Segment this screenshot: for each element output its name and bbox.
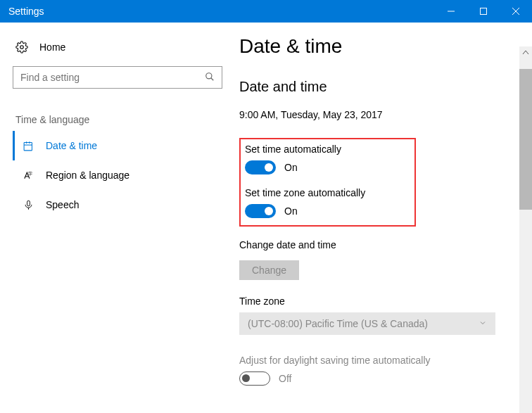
section-heading: Date and time xyxy=(239,79,515,95)
maximize-button[interactable] xyxy=(467,0,500,23)
gear-icon xyxy=(15,41,28,53)
titlebar: Settings xyxy=(0,0,532,23)
nav-label: Speech xyxy=(46,199,79,210)
toggle-state: On xyxy=(284,162,298,173)
tz-dropdown: (UTC-08:00) Pacific Time (US & Canada) xyxy=(239,312,495,335)
section-title: Time & language xyxy=(15,114,239,125)
close-button[interactable] xyxy=(500,0,532,23)
home-link[interactable]: Home xyxy=(13,37,239,66)
svg-point-5 xyxy=(206,72,212,78)
minimize-button[interactable] xyxy=(435,0,467,23)
window-controls xyxy=(435,0,532,23)
svg-point-4 xyxy=(20,46,24,49)
svg-text:字: 字 xyxy=(27,170,32,175)
set-tz-auto-label: Set time zone automatically xyxy=(245,187,365,198)
toggle-state: On xyxy=(284,205,298,217)
search-box[interactable] xyxy=(13,66,222,89)
nav-label: Region & language xyxy=(46,170,129,181)
sidebar: Home Time & language Date & time 字 Regio… xyxy=(0,23,239,413)
dst-label: Adjust for daylight saving time automati… xyxy=(239,355,515,366)
change-dt-label: Change date and time xyxy=(239,239,515,250)
tz-label: Time zone xyxy=(239,296,515,307)
scroll-up-icon[interactable] xyxy=(519,46,532,59)
page-title: Date & time xyxy=(239,35,515,58)
set-tz-auto-toggle[interactable] xyxy=(245,204,276,218)
microphone-icon xyxy=(22,199,34,211)
toggle-state: Off xyxy=(279,373,291,384)
language-icon: 字 xyxy=(22,170,34,182)
change-button: Change xyxy=(239,260,299,280)
search-input[interactable] xyxy=(20,72,196,83)
svg-rect-7 xyxy=(24,142,32,150)
highlight-box: Set time automatically On Set time zone … xyxy=(239,138,416,227)
svg-rect-13 xyxy=(27,201,30,206)
set-time-auto-label: Set time automatically xyxy=(245,144,365,155)
sidebar-item-speech[interactable]: Speech xyxy=(13,190,239,220)
scrollbar[interactable] xyxy=(519,46,532,413)
svg-line-6 xyxy=(211,77,214,80)
dst-toggle xyxy=(239,371,270,386)
current-datetime: 9:00 AM, Tuesday, May 23, 2017 xyxy=(239,109,515,120)
calendar-clock-icon xyxy=(22,140,34,152)
search-icon xyxy=(205,72,215,84)
set-time-auto-toggle[interactable] xyxy=(245,160,276,174)
sidebar-item-region-language[interactable]: 字 Region & language xyxy=(13,160,239,190)
sidebar-item-date-time[interactable]: Date & time xyxy=(13,131,239,160)
chevron-down-icon xyxy=(479,318,487,329)
home-label: Home xyxy=(39,42,65,53)
window-title: Settings xyxy=(8,6,44,17)
scroll-thumb[interactable] xyxy=(519,69,532,210)
nav-label: Date & time xyxy=(46,140,97,151)
svg-rect-1 xyxy=(481,8,487,15)
content-pane: Date & time Date and time 9:00 AM, Tuesd… xyxy=(239,23,532,413)
tz-value: (UTC-08:00) Pacific Time (US & Canada) xyxy=(248,318,428,329)
